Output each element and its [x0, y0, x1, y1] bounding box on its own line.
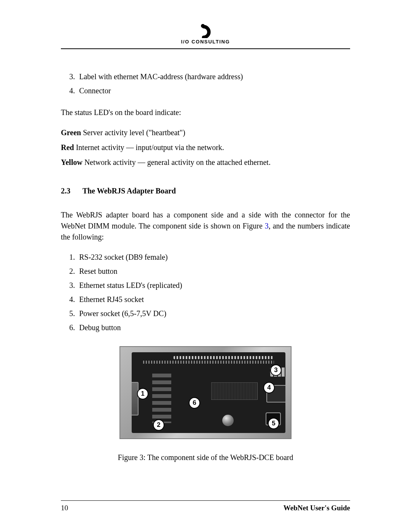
chip-icon [212, 383, 257, 399]
term-label: Green [61, 128, 81, 137]
list-item: Ethernet RJ45 socket [77, 294, 350, 305]
list-item: Power socket (6,5-7,5V DC) [77, 308, 350, 319]
callout-3: 3 [270, 364, 282, 376]
figure-crossref[interactable]: 3 [265, 222, 269, 230]
status-led-red: Red Internet activity — input/output via… [61, 142, 350, 153]
status-intro: The status LED's on the board indicate: [61, 107, 350, 118]
pin-header-icon [174, 356, 274, 359]
document-page: I/O CONSULTING Label with ethernet MAC-a… [0, 0, 411, 532]
list-item: RS-232 socket (DB9 female) [77, 252, 350, 263]
document-title: WebNet User's Guide [284, 504, 350, 512]
term-desc: Network activity — general activity on t… [84, 158, 271, 166]
list-item: Debug button [77, 322, 350, 333]
list-item: Label with ethernet MAC-address (hardwar… [77, 71, 350, 82]
board-photo: 1 2 3 4 5 6 [119, 346, 292, 439]
list-item: Reset button [77, 266, 350, 277]
status-led-yellow: Yellow Network activity — general activi… [61, 157, 350, 168]
subsection-title-text: The WebRJS Adapter Board [83, 187, 176, 195]
footer-rule [61, 500, 350, 501]
adapter-intro: The WebRJS adapter board has a component… [61, 209, 350, 243]
callout-4: 4 [263, 382, 275, 393]
page-header: I/O CONSULTING [61, 23, 350, 47]
smd-components-icon [152, 374, 171, 423]
pin-header-icon [143, 361, 274, 364]
page-footer: 10 WebNet User's Guide [61, 500, 350, 512]
term-label: Yellow [61, 158, 83, 166]
db9-port-icon [132, 382, 139, 415]
figure-caption: Figure 3: The component side of the WebR… [61, 452, 350, 463]
capacitor-icon [222, 415, 234, 426]
logo-brand-label: I/O CONSULTING [181, 39, 230, 45]
list-item: Connector [77, 85, 350, 96]
page-content: Label with ethernet MAC-address (hardwar… [61, 49, 350, 463]
callout-6: 6 [189, 397, 200, 409]
subsection-heading: 2.3 The WebRJS Adapter Board [61, 185, 350, 197]
callout-2: 2 [153, 419, 164, 431]
page-number: 10 [61, 504, 68, 512]
top-enumeration: Label with ethernet MAC-address (hardwar… [77, 71, 350, 96]
logo-icon [198, 23, 213, 38]
figure-3: 1 2 3 4 5 6 Figure 3: The component side… [61, 346, 350, 463]
adapter-enumeration: RS-232 socket (DB9 female) Reset button … [77, 252, 350, 333]
term-desc: Internet activity — input/output via the… [76, 143, 224, 152]
status-led-green: Green Server activity level ("heartbeat"… [61, 127, 350, 138]
term-label: Red [61, 143, 74, 152]
callout-1: 1 [137, 388, 148, 399]
callout-5: 5 [268, 418, 279, 429]
status-led-definitions: Green Server activity level ("heartbeat"… [61, 127, 350, 168]
company-logo: I/O CONSULTING [181, 23, 230, 45]
list-item: Ethernet status LED's (replicated) [77, 280, 350, 291]
term-desc: Server activity level ("heartbeat") [83, 128, 185, 137]
subsection-number: 2.3 [61, 185, 81, 197]
